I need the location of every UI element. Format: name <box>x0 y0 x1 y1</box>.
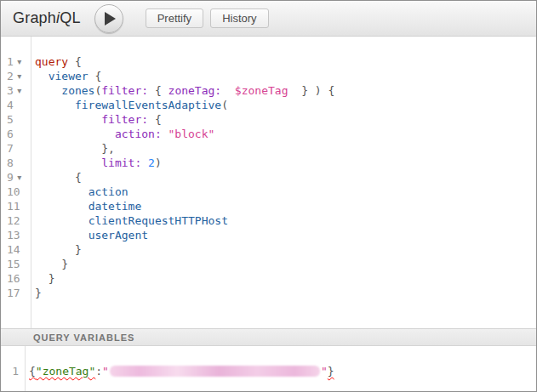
play-icon <box>105 12 116 26</box>
code-line[interactable]: limit: 2) <box>35 156 536 170</box>
code-line[interactable]: } <box>35 286 536 300</box>
code-line[interactable]: clientRequestHTTPHost <box>35 213 536 228</box>
query-editor[interactable]: 1▾2▾3▾456789▾1011121314151617 query { vi… <box>1 37 536 328</box>
line-number: 16 <box>1 271 31 286</box>
app-title-graph: Graph <box>13 9 56 26</box>
code-line[interactable]: } <box>35 257 536 271</box>
fold-arrow-icon[interactable]: ▾ <box>14 54 26 69</box>
variables-editor-code[interactable]: {"zoneTag":""} <box>26 346 536 391</box>
prettify-button[interactable]: Prettify <box>146 9 203 28</box>
fold-arrow-icon[interactable]: ▾ <box>14 69 26 83</box>
code-line[interactable]: action <box>35 185 536 199</box>
line-number: 10 <box>1 185 31 199</box>
code-line[interactable]: {"zoneTag":""} <box>29 364 536 378</box>
code-line[interactable]: userAgent <box>35 228 536 242</box>
variables-editor[interactable]: 1 {"zoneTag":""} <box>1 346 536 391</box>
line-number: 2▾ <box>1 69 31 83</box>
execute-query-button[interactable] <box>94 4 123 33</box>
line-number: 15 <box>1 257 31 271</box>
code-line[interactable]: { <box>35 170 536 185</box>
top-bar: GraphiQL Prettify History <box>1 1 536 37</box>
code-line[interactable]: datetime <box>35 199 536 213</box>
fold-arrow-icon[interactable]: ▾ <box>14 83 26 98</box>
query-editor-code[interactable]: query { viewer { zones(filter: { zoneTag… <box>31 37 536 328</box>
redacted-value <box>110 366 320 377</box>
line-number: 5 <box>1 112 31 127</box>
line-number: 6 <box>1 127 31 141</box>
app-title-ql: QL <box>60 9 80 26</box>
query-editor-gutter: 1▾2▾3▾456789▾1011121314151617 <box>1 37 31 328</box>
line-number: 8 <box>1 156 31 170</box>
line-number: 3▾ <box>1 83 31 98</box>
graphiql-window: GraphiQL Prettify History 1▾2▾3▾456789▾1… <box>0 0 537 392</box>
code-line[interactable]: } <box>35 271 536 286</box>
code-line[interactable]: }, <box>35 141 536 156</box>
code-line[interactable]: action: "block" <box>35 127 536 141</box>
line-number: 9▾ <box>1 170 31 185</box>
variables-title-bar[interactable]: QUERY VARIABLES <box>1 328 536 346</box>
line-number: 1▾ <box>1 54 31 69</box>
line-number: 1 <box>1 364 25 378</box>
line-number: 11 <box>1 199 31 213</box>
line-number: 12 <box>1 213 31 228</box>
line-number: 4 <box>1 98 31 112</box>
code-line[interactable]: query { <box>35 54 536 69</box>
line-number: 17 <box>1 286 31 300</box>
line-number: 7 <box>1 141 31 156</box>
code-line[interactable]: firewallEventsAdaptive( <box>35 98 536 112</box>
line-number: 13 <box>1 228 31 242</box>
code-line[interactable]: zones(filter: { zoneTag: $zoneTag } ) { <box>35 83 536 98</box>
app-title: GraphiQL <box>13 9 81 27</box>
code-line[interactable]: viewer { <box>35 69 536 83</box>
variables-title: QUERY VARIABLES <box>33 332 134 343</box>
history-button[interactable]: History <box>210 9 268 28</box>
code-line[interactable]: } <box>35 242 536 257</box>
code-line[interactable]: filter: { <box>35 112 536 127</box>
fold-arrow-icon[interactable]: ▾ <box>14 170 26 185</box>
line-number: 14 <box>1 242 31 257</box>
variables-editor-gutter: 1 <box>1 346 26 391</box>
